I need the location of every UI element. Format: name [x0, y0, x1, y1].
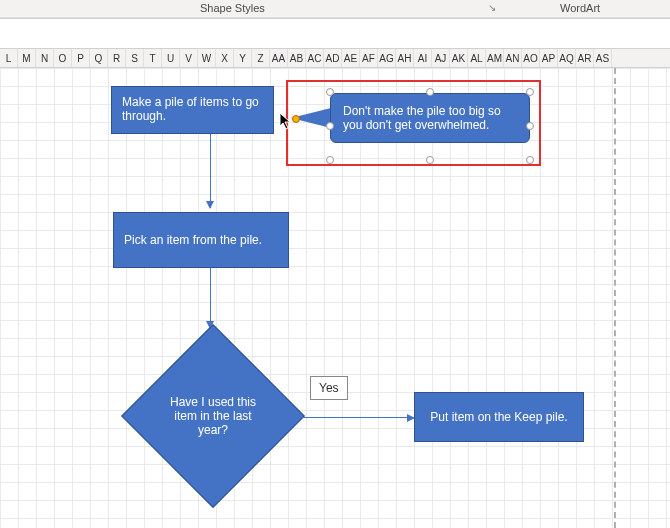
column-header[interactable]: P [72, 49, 90, 67]
column-header[interactable]: AO [522, 49, 540, 67]
ribbon: Shape Styles ↘ WordArt [0, 0, 670, 18]
connector-arrow-down-1[interactable] [210, 134, 211, 208]
callout-tip-text: Don't make the pile too big so you don't… [343, 104, 501, 132]
column-header[interactable]: AG [378, 49, 396, 67]
column-header[interactable]: Q [90, 49, 108, 67]
flow-step-make-pile-text: Make a pile of items to go through. [122, 95, 263, 123]
flow-decision-text: Have I used this item in the last year? [160, 395, 266, 437]
ribbon-group-wordart[interactable]: WordArt [560, 2, 600, 14]
worksheet-grid[interactable]: Make a pile of items to go through. Don'… [0, 68, 670, 528]
column-header[interactable]: O [54, 49, 72, 67]
column-header[interactable]: AJ [432, 49, 450, 67]
connector-arrow-right[interactable] [302, 417, 414, 418]
callout-tip[interactable]: Don't make the pile too big so you don't… [330, 93, 530, 143]
ribbon-separator [0, 18, 670, 19]
column-headers[interactable]: LMNOPQRSTUVWXYZAAABACADAEAFAGAHAIAJAKALA… [0, 48, 670, 68]
selection-handle[interactable] [526, 122, 534, 130]
column-header[interactable]: AI [414, 49, 432, 67]
column-header[interactable]: M [18, 49, 36, 67]
column-header[interactable]: Y [234, 49, 252, 67]
selection-handle[interactable] [326, 156, 334, 164]
column-header[interactable]: AR [576, 49, 594, 67]
connector-arrow-down-2[interactable] [210, 268, 211, 328]
column-header[interactable]: AS [594, 49, 612, 67]
column-header[interactable]: AD [324, 49, 342, 67]
column-header[interactable]: AN [504, 49, 522, 67]
column-header[interactable]: R [108, 49, 126, 67]
column-header[interactable]: AK [450, 49, 468, 67]
column-header[interactable]: AM [486, 49, 504, 67]
selection-handle[interactable] [426, 156, 434, 164]
column-header[interactable]: AP [540, 49, 558, 67]
column-header[interactable]: AF [360, 49, 378, 67]
flow-step-pick-item[interactable]: Pick an item from the pile. [113, 212, 289, 268]
dialog-launcher-icon[interactable]: ↘ [488, 2, 496, 13]
column-header[interactable]: N [36, 49, 54, 67]
column-header[interactable]: AL [468, 49, 486, 67]
callout-adjust-handle[interactable] [292, 115, 300, 123]
column-header[interactable]: L [0, 49, 18, 67]
column-header[interactable]: W [198, 49, 216, 67]
column-header[interactable]: AC [306, 49, 324, 67]
flow-step-make-pile[interactable]: Make a pile of items to go through. [111, 86, 274, 134]
column-header[interactable]: X [216, 49, 234, 67]
column-header[interactable]: V [180, 49, 198, 67]
column-header[interactable]: AE [342, 49, 360, 67]
selection-handle[interactable] [326, 122, 334, 130]
column-header[interactable]: U [162, 49, 180, 67]
column-header[interactable]: AB [288, 49, 306, 67]
selection-handle[interactable] [426, 88, 434, 96]
flow-step-keep-pile[interactable]: Put item on the Keep pile. [414, 392, 584, 442]
column-header[interactable]: T [144, 49, 162, 67]
flow-step-pick-item-text: Pick an item from the pile. [124, 233, 262, 247]
column-header[interactable]: AA [270, 49, 288, 67]
column-header[interactable]: AH [396, 49, 414, 67]
flow-step-keep-pile-text: Put item on the Keep pile. [430, 410, 567, 424]
decision-label-yes[interactable]: Yes [310, 376, 348, 400]
flow-decision-text-wrap: Have I used this item in the last year? [160, 371, 266, 461]
column-header[interactable]: Z [252, 49, 270, 67]
selection-handle[interactable] [326, 88, 334, 96]
selection-handle[interactable] [526, 156, 534, 164]
decision-label-yes-text: Yes [319, 381, 339, 395]
ribbon-group-shape-styles[interactable]: Shape Styles [200, 2, 265, 14]
column-header[interactable]: AQ [558, 49, 576, 67]
column-header[interactable]: S [126, 49, 144, 67]
page-break-line [614, 68, 616, 528]
selection-handle[interactable] [526, 88, 534, 96]
